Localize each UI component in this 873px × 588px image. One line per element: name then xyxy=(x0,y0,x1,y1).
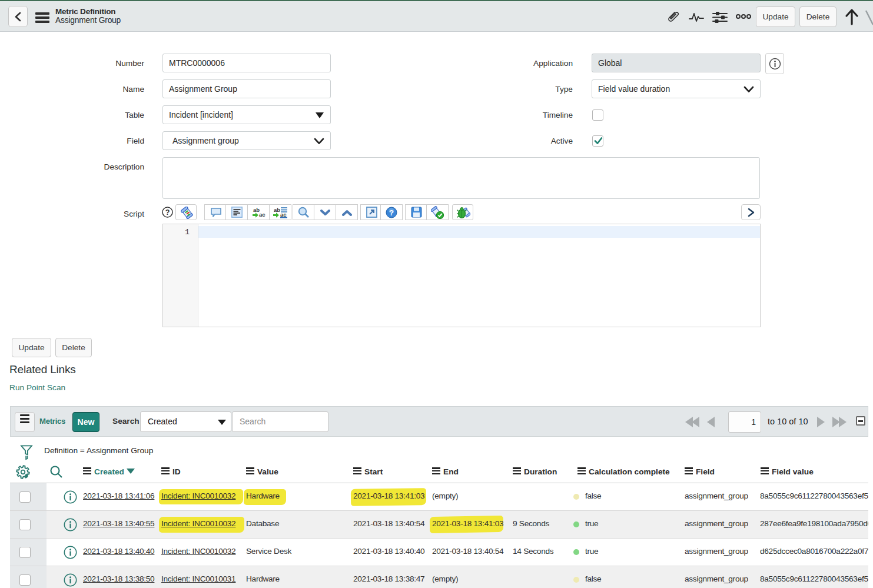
svg-text:?: ? xyxy=(165,208,170,217)
svg-text:?: ? xyxy=(389,208,394,217)
svg-text:ab: ab xyxy=(274,207,280,213)
svg-text:ac: ac xyxy=(280,211,287,218)
svg-text:ac: ac xyxy=(259,211,265,218)
